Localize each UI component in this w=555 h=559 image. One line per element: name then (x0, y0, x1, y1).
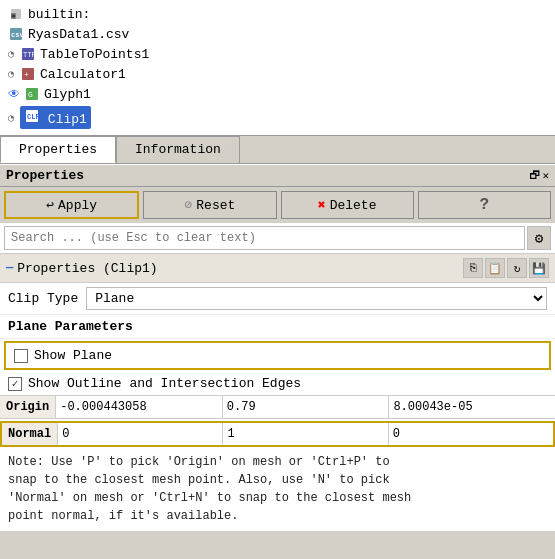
tree-item-tabletopoints-label: TableToPoints1 (40, 47, 149, 62)
tree-item-ryasdata-label: RyasData1.csv (28, 27, 129, 42)
tabs-bar: Properties Information (0, 136, 555, 164)
properties-panel: Properties 🗗 ✕ ↩ Apply ⊘ Reset ✖ Delete … (0, 164, 555, 531)
clip-icon: CLP (24, 108, 40, 124)
tab-properties[interactable]: Properties (0, 136, 116, 163)
svg-text:csv: csv (11, 31, 23, 39)
note-box: Note: Use 'P' to pick 'Origin' on mesh o… (0, 447, 555, 531)
normal-row: Normal (0, 421, 555, 447)
normal-x-input[interactable] (58, 423, 223, 445)
csv-icon: csv (8, 26, 24, 42)
clip-type-select[interactable]: Plane (86, 287, 547, 310)
svg-text:CLP: CLP (27, 113, 39, 121)
properties-title: Properties (6, 168, 84, 183)
refresh-button[interactable]: ↻ (507, 258, 527, 278)
paste-button[interactable]: 📋 (485, 258, 505, 278)
reset-button[interactable]: ⊘ Reset (143, 191, 276, 219)
delete-icon: ✖ (318, 197, 326, 213)
tree-item-glyph-label: Glyph1 (44, 87, 91, 102)
search-row: ⚙ (0, 223, 555, 254)
pipeline-tree: ▣ builtin: csv RyasData1.csv ◔ TTP Table… (0, 0, 555, 136)
normal-y-input[interactable] (223, 423, 388, 445)
clip-vis-icon: ◔ (8, 112, 14, 124)
gear-button[interactable]: ⚙ (527, 226, 551, 250)
tree-item-calculator[interactable]: ◔ + Calculator1 (8, 64, 547, 84)
origin-row: Origin (0, 395, 555, 419)
restore-icon: 🗗 (529, 169, 540, 182)
tree-item-ryasdata[interactable]: csv RyasData1.csv (8, 24, 547, 44)
svg-text:G: G (28, 90, 33, 99)
clip-type-row: Clip Type Plane (0, 283, 555, 315)
builtin-icon: ▣ (8, 6, 24, 22)
header-icons: 🗗 ✕ (529, 169, 549, 182)
glyph-icon: G (24, 86, 40, 102)
show-outline-label: Show Outline and Intersection Edges (28, 376, 301, 391)
normal-z-input[interactable] (389, 423, 553, 445)
tree-item-builtin[interactable]: ▣ builtin: (8, 4, 547, 24)
group-label: Properties (Clip1) (17, 261, 157, 276)
save-button[interactable]: 💾 (529, 258, 549, 278)
properties-header: Properties 🗗 ✕ (0, 164, 555, 187)
tree-item-tabletopoints[interactable]: ◔ TTP TableToPoints1 (8, 44, 547, 64)
clip-type-label: Clip Type (8, 291, 78, 306)
show-outline-checkbox[interactable]: ✓ (8, 377, 22, 391)
search-input[interactable] (4, 226, 525, 250)
svg-text:▣: ▣ (11, 11, 16, 20)
tree-item-glyph[interactable]: 👁 G Glyph1 (8, 84, 547, 104)
close-icon: ✕ (542, 169, 549, 182)
svg-text:TTP: TTP (23, 51, 35, 59)
svg-text:+: + (24, 70, 29, 79)
clip-selected-label[interactable]: CLP Clip1 (20, 106, 91, 129)
origin-z-input[interactable] (389, 396, 555, 418)
normal-label: Normal (2, 423, 58, 445)
show-plane-checkbox[interactable] (14, 349, 28, 363)
visibility-icon: ◔ (8, 48, 14, 60)
tree-item-clip[interactable]: ◔ CLP Clip1 (8, 104, 547, 131)
origin-label: Origin (0, 396, 56, 418)
collapse-icon: — (6, 261, 13, 275)
tree-item-builtin-label: builtin: (28, 7, 90, 22)
tab-information[interactable]: Information (116, 136, 240, 163)
help-button[interactable]: ? (418, 191, 551, 219)
delete-button[interactable]: ✖ Delete (281, 191, 414, 219)
calc-icon: + (20, 66, 36, 82)
note-text: Note: Use 'P' to pick 'Origin' on mesh o… (8, 455, 411, 523)
origin-x-input[interactable] (56, 396, 223, 418)
group-header: — Properties (Clip1) ⎘ 📋 ↻ 💾 (0, 254, 555, 283)
show-plane-label: Show Plane (34, 348, 112, 363)
plane-params-header: Plane Parameters (0, 315, 555, 339)
buttons-row: ↩ Apply ⊘ Reset ✖ Delete ? (0, 187, 555, 223)
apply-button[interactable]: ↩ Apply (4, 191, 139, 219)
table-icon: TTP (20, 46, 36, 62)
visibility2-icon: ◔ (8, 68, 14, 80)
reset-icon: ⊘ (184, 197, 192, 213)
apply-icon: ↩ (46, 197, 54, 213)
show-outline-row[interactable]: ✓ Show Outline and Intersection Edges (0, 372, 555, 395)
group-action-icons: ⎘ 📋 ↻ 💾 (463, 258, 549, 278)
tree-item-calculator-label: Calculator1 (40, 67, 126, 82)
origin-y-input[interactable] (223, 396, 390, 418)
show-plane-row[interactable]: Show Plane (4, 341, 551, 370)
eye-icon: 👁 (8, 87, 20, 102)
copy-button[interactable]: ⎘ (463, 258, 483, 278)
